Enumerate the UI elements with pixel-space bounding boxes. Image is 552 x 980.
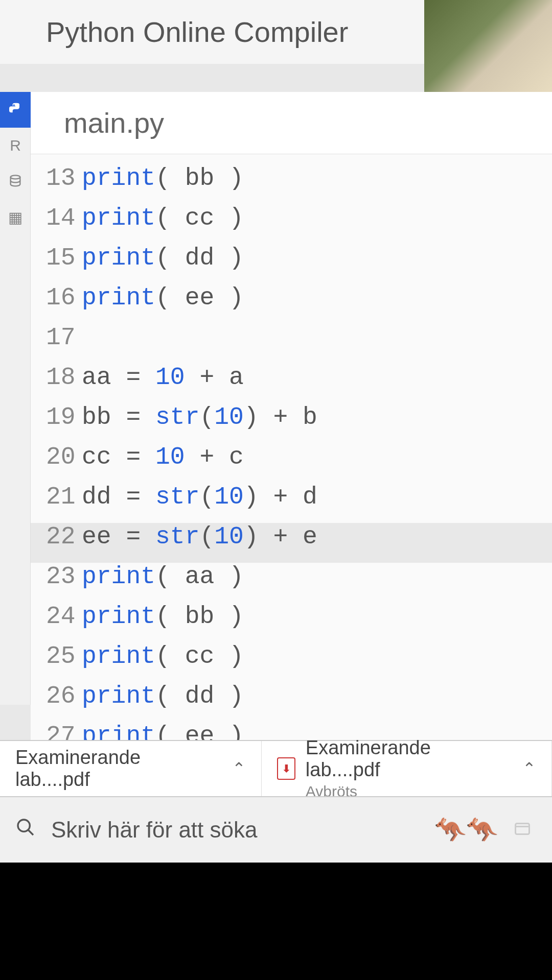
python-icon[interactable] (0, 92, 31, 128)
code-line[interactable]: 26print( dd ) (31, 682, 552, 722)
line-number: 19 (46, 403, 82, 431)
code-editor[interactable]: 13print( bb )14print( cc )15print( dd )1… (31, 154, 552, 822)
svg-rect-3 (516, 824, 530, 834)
code-content: print( cc ) (82, 642, 244, 670)
lang-icon-4[interactable]: ▦ (0, 199, 31, 235)
line-number: 13 (46, 164, 82, 192)
background-photo-corner (424, 0, 552, 92)
code-content: print( dd ) (82, 682, 244, 710)
line-number: 18 (46, 364, 82, 391)
language-sidebar: R ▦ (0, 92, 31, 705)
search-input[interactable]: Skriv här för att söka (51, 817, 257, 843)
code-content: print( bb ) (82, 603, 244, 630)
windows-taskbar: Skriv här för att söka 🦘🦘 (0, 796, 552, 863)
search-icon[interactable] (15, 817, 36, 843)
code-line[interactable]: 23print( aa ) (31, 563, 552, 603)
code-line[interactable]: 14print( cc ) (31, 204, 552, 244)
line-number: 16 (46, 284, 82, 312)
code-line[interactable]: 18aa = 10 + a (31, 364, 552, 403)
line-number: 20 (46, 443, 82, 471)
chevron-up-icon[interactable]: ⌃ (522, 759, 536, 778)
downloads-bar: Examinerande lab....pdf ⌃ ⬇ Examinerande… (0, 740, 552, 796)
code-line[interactable]: 16print( ee ) (31, 284, 552, 324)
code-content: print( bb ) (82, 164, 244, 192)
code-line[interactable]: 19bb = str(10) + b (31, 403, 552, 443)
code-line[interactable]: 13print( bb ) (31, 164, 552, 204)
code-line[interactable]: 20cc = 10 + c (31, 443, 552, 483)
code-line[interactable]: 25print( cc ) (31, 642, 552, 682)
svg-point-1 (18, 820, 30, 831)
download-item-1[interactable]: Examinerande lab....pdf ⌃ (0, 741, 262, 796)
code-line[interactable]: 22ee = str(10) + e (31, 523, 552, 563)
download-item-2[interactable]: ⬇ Examinerande lab....pdf Avbröts ⌃ (262, 741, 552, 796)
svg-point-0 (11, 175, 20, 179)
code-content: print( ee ) (82, 284, 244, 312)
kangaroo-icon: 🦘🦘 (434, 815, 498, 845)
line-number: 26 (46, 682, 82, 710)
line-number: 22 (46, 523, 82, 551)
line-number: 14 (46, 204, 82, 232)
code-content: bb = str(10) + b (82, 403, 317, 431)
code-content: print( cc ) (82, 204, 244, 232)
r-icon[interactable]: R (0, 128, 31, 163)
code-content: ee = str(10) + e (82, 523, 317, 551)
download-filename: Examinerande lab....pdf (306, 737, 507, 781)
code-content: print( aa ) (82, 563, 244, 590)
line-number: 23 (46, 563, 82, 590)
code-line[interactable]: 15print( dd ) (31, 244, 552, 284)
line-number: 15 (46, 244, 82, 272)
line-number: 21 (46, 483, 82, 511)
chevron-up-icon[interactable]: ⌃ (232, 759, 246, 778)
line-number: 17 (46, 324, 82, 351)
code-line[interactable]: 17 (31, 324, 552, 364)
editor-area: main.py 13print( bb )14print( cc )15prin… (31, 92, 552, 822)
code-content: aa = 10 + a (82, 364, 244, 391)
file-tab[interactable]: main.py (31, 92, 552, 154)
task-view-icon[interactable] (513, 820, 532, 840)
line-number: 25 (46, 642, 82, 670)
pdf-icon: ⬇ (277, 757, 295, 780)
download-filename: Examinerande lab....pdf (15, 747, 217, 791)
code-line[interactable]: 24print( bb ) (31, 603, 552, 642)
code-content: print( dd ) (82, 244, 244, 272)
code-line[interactable]: 21dd = str(10) + d (31, 483, 552, 523)
svg-line-2 (28, 830, 33, 835)
line-number: 24 (46, 603, 82, 630)
db-icon[interactable] (0, 163, 31, 199)
code-content: cc = 10 + c (82, 443, 244, 471)
black-bezel (0, 863, 552, 980)
code-content: dd = str(10) + d (82, 483, 317, 511)
